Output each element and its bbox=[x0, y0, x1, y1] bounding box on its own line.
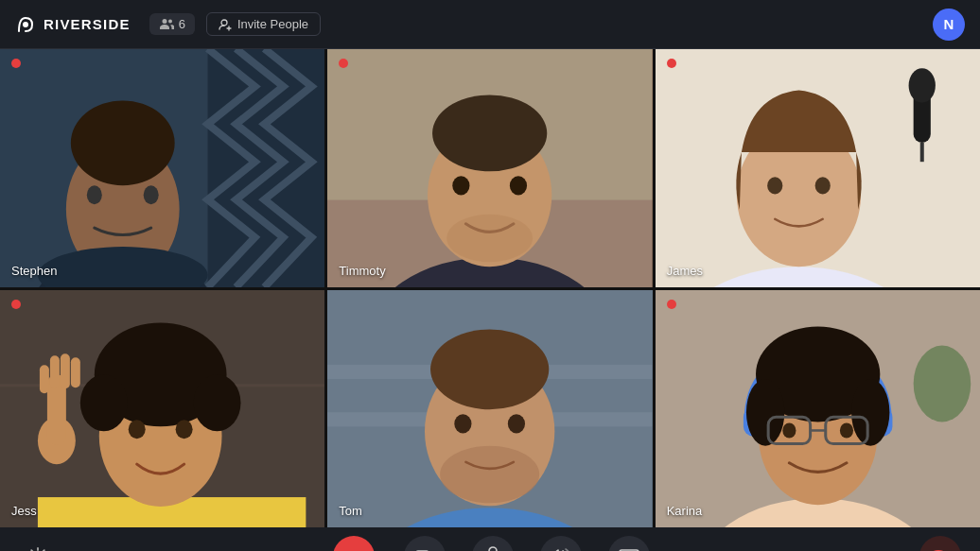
svg-rect-40 bbox=[50, 355, 60, 388]
svg-point-17 bbox=[447, 215, 534, 262]
svg-rect-71 bbox=[489, 547, 497, 552]
svg-rect-39 bbox=[40, 365, 49, 393]
invite-button-label: Invite People bbox=[237, 17, 308, 31]
name-karina: Karina bbox=[667, 504, 703, 518]
recording-item[interactable]: Recording bbox=[330, 536, 377, 552]
svg-point-15 bbox=[453, 176, 470, 195]
toolbar-right: Leave bbox=[885, 536, 961, 552]
participants-count: 6 bbox=[179, 17, 185, 31]
name-jess: Jess bbox=[11, 504, 37, 518]
svg-point-62 bbox=[851, 378, 889, 445]
svg-point-55 bbox=[913, 345, 971, 422]
video-cell-karina: Karina bbox=[656, 290, 980, 528]
james-video bbox=[656, 49, 980, 287]
video-cell-tom: Tom bbox=[327, 290, 652, 528]
jess-video bbox=[0, 290, 324, 528]
people-icon bbox=[159, 18, 174, 31]
svg-point-7 bbox=[144, 185, 159, 204]
timmoty-video bbox=[327, 49, 652, 287]
svg-point-1 bbox=[221, 20, 227, 26]
svg-point-16 bbox=[510, 176, 527, 195]
logo-text: RIVERSIDE bbox=[44, 16, 131, 32]
svg-point-67 bbox=[840, 422, 853, 438]
svg-rect-42 bbox=[71, 357, 80, 387]
name-tom: Tom bbox=[339, 504, 362, 518]
svg-point-21 bbox=[908, 68, 935, 102]
settings-icon bbox=[27, 546, 48, 552]
stephen-video bbox=[0, 49, 324, 287]
svg-point-8 bbox=[71, 100, 175, 185]
video-cell-jess: Jess bbox=[0, 290, 324, 528]
svg-point-49 bbox=[430, 329, 549, 409]
svg-rect-41 bbox=[61, 353, 70, 388]
speaker-button[interactable] bbox=[540, 536, 582, 552]
name-james: James bbox=[667, 264, 703, 278]
speaker-icon bbox=[551, 548, 571, 552]
recording-dot-karina bbox=[667, 300, 676, 309]
mic-icon bbox=[485, 546, 500, 552]
video-cell-stephen: Stephen bbox=[0, 49, 324, 287]
mic-item[interactable]: Mic bbox=[472, 536, 514, 552]
svg-point-25 bbox=[814, 177, 830, 194]
recording-icon bbox=[345, 548, 362, 552]
mic-button[interactable] bbox=[472, 536, 514, 552]
add-person-icon bbox=[219, 18, 232, 31]
invite-people-button[interactable]: Invite People bbox=[206, 12, 321, 36]
recording-dot-jess bbox=[11, 300, 21, 309]
svg-point-24 bbox=[767, 177, 782, 194]
svg-point-36 bbox=[176, 420, 193, 439]
svg-point-0 bbox=[23, 22, 28, 27]
avatar-initial: N bbox=[944, 16, 954, 32]
logo: RIVERSIDE bbox=[15, 14, 131, 35]
leave-button[interactable] bbox=[919, 536, 961, 552]
leave-item[interactable]: Leave bbox=[919, 536, 961, 552]
svg-point-50 bbox=[455, 414, 472, 433]
svg-point-66 bbox=[782, 422, 796, 438]
cam-item[interactable]: Cam bbox=[404, 536, 446, 552]
video-cell-james: James bbox=[656, 49, 980, 287]
svg-point-33 bbox=[80, 374, 128, 431]
speaker-item[interactable]: Speaker bbox=[540, 536, 582, 552]
header: RIVERSIDE 6 Invite People N bbox=[0, 0, 980, 49]
share-item[interactable]: Share bbox=[608, 536, 650, 552]
svg-point-52 bbox=[440, 445, 539, 503]
riverside-logo-icon bbox=[15, 14, 36, 35]
svg-point-34 bbox=[194, 374, 241, 431]
cam-button[interactable] bbox=[404, 536, 446, 552]
share-button[interactable] bbox=[608, 536, 650, 552]
participants-badge: 6 bbox=[149, 13, 195, 35]
toolbar: Settings Recording Cam bbox=[0, 527, 980, 551]
video-grid: Stephen Timmoty bbox=[0, 49, 980, 527]
svg-point-14 bbox=[432, 95, 547, 172]
tom-video bbox=[327, 290, 652, 528]
recording-button[interactable] bbox=[333, 536, 375, 552]
user-avatar[interactable]: N bbox=[933, 9, 965, 41]
name-timmoty: Timmoty bbox=[339, 264, 385, 278]
svg-point-35 bbox=[129, 420, 146, 439]
svg-point-51 bbox=[508, 414, 525, 433]
recording-dot-james bbox=[667, 59, 676, 68]
karina-video bbox=[656, 290, 980, 528]
settings-item[interactable]: Settings bbox=[19, 546, 57, 552]
toolbar-center: Recording Cam Mic bbox=[95, 536, 885, 552]
name-stephen: Stephen bbox=[11, 264, 57, 278]
svg-point-6 bbox=[87, 185, 102, 204]
recording-dot-stephen bbox=[11, 59, 21, 68]
svg-point-61 bbox=[746, 378, 784, 445]
video-cell-timmoty: Timmoty bbox=[327, 49, 652, 287]
